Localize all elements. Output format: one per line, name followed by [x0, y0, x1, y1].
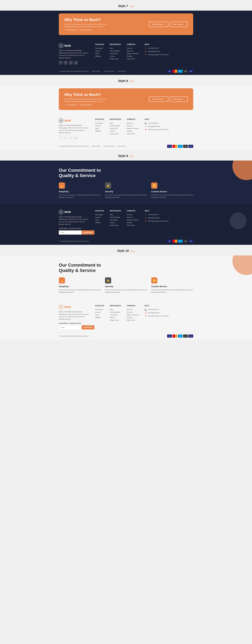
tos-link-s7[interactable]: Terms of Service: [104, 70, 114, 72]
co-about-s10[interactable]: About Us: [127, 311, 139, 313]
social-twitter-s8[interactable]: 𝕏: [64, 136, 68, 140]
res-docs-s7[interactable]: Documentation: [110, 50, 121, 52]
nav-homepage-s7[interactable]: HomePage: [95, 47, 104, 49]
co-happy-s9[interactable]: Happy Customers: [127, 219, 139, 221]
nav-news-s8[interactable]: News: [95, 128, 104, 129]
new-arrivals-button[interactable]: New Arrivals →: [170, 22, 188, 27]
res-pricing-s7[interactable]: Pricing: [110, 55, 121, 57]
res-blog-s8[interactable]: Blog: [110, 122, 121, 124]
res-design-s9[interactable]: Design Case: [110, 224, 121, 226]
help-address-s7: 📍 49 Uniqe Square D, New York,: [145, 54, 169, 56]
co-services-s7[interactable]: Services: [127, 47, 139, 49]
res-design-s8[interactable]: Design Case: [110, 133, 121, 134]
co-about-s7[interactable]: About Us: [127, 50, 139, 52]
new-badge-s8: New: [130, 80, 134, 82]
new-arrivals-button-s8[interactable]: New Arrivals →: [170, 96, 188, 102]
res-community-s8[interactable]: Community: [110, 128, 121, 129]
cookie-link-s8[interactable]: Cookie Policy: [117, 146, 126, 147]
co-portfolio-s8[interactable]: Portfolio: [127, 130, 139, 132]
social-facebook[interactable]: f: [59, 61, 63, 65]
co-about-s9[interactable]: About Us: [127, 216, 139, 218]
co-help-s8[interactable]: Help Center: [127, 133, 139, 134]
nav-homepage-s10[interactable]: HomePage: [95, 309, 104, 310]
co-help-s7[interactable]: Help Center: [127, 58, 139, 60]
newsletter-button-s9[interactable]: Subscribe: [82, 230, 94, 234]
mc2-icon-s9: MC: [183, 240, 188, 243]
res-blog-s7[interactable]: Blog: [110, 47, 121, 49]
co-portfolio-s7[interactable]: Portfolio: [127, 55, 139, 57]
res-docs-s8[interactable]: Documentation: [110, 125, 121, 126]
nav-careers-s7[interactable]: Careers: [95, 50, 104, 52]
social-twitter[interactable]: 𝕏: [64, 61, 68, 65]
help-heading-s8: Help: [145, 118, 169, 120]
res-docs-s9[interactable]: Documentation: [110, 216, 121, 218]
nav-list-s10: HomePage Careers News Affiliates: [95, 309, 104, 318]
co-help-s9[interactable]: Help Center: [127, 224, 139, 226]
res-pricing-s9[interactable]: Pricing: [110, 222, 121, 224]
co-happy-s10[interactable]: Happy Customers: [127, 314, 139, 316]
nav-news-s9[interactable]: News: [95, 219, 104, 221]
nav-affiliates-s9[interactable]: Affiliates: [95, 222, 104, 224]
nav-homepage-s8[interactable]: HomePage: [95, 122, 104, 124]
co-happy-s8[interactable]: Happy Customers: [127, 128, 139, 129]
res-pricing-s8[interactable]: Pricing: [110, 130, 121, 132]
res-pricing-s10[interactable]: Pricing: [110, 316, 121, 318]
nav-affiliates-s8[interactable]: Affiliates: [95, 130, 104, 132]
co-services-s9[interactable]: Services: [127, 214, 139, 216]
social-facebook-s8[interactable]: f: [59, 136, 63, 140]
social-instagram[interactable]: in: [69, 61, 73, 65]
cookie-link-s7[interactable]: Cookie Policy: [117, 70, 126, 72]
nav-homepage-s9[interactable]: HomePage: [95, 214, 104, 216]
res-community-s10[interactable]: Community: [110, 314, 121, 316]
footer-logo-s8: M Molti: [59, 118, 90, 123]
hero-desc: At vero eos et accusamus iusto odio dign…: [64, 23, 106, 28]
nav-news-s10[interactable]: News: [95, 314, 104, 316]
res-design-s10[interactable]: Design Case: [110, 319, 121, 321]
co-happy-s7[interactable]: Happy Customers: [127, 53, 139, 54]
nav-careers-s9[interactable]: Careers: [95, 216, 104, 218]
style8-wrapper: Why Think so Much? At vero eos et accusa…: [0, 86, 252, 150]
custom-service-icon-s9: ⭐: [151, 182, 157, 189]
help-email-s7: ✉ contact@molti.com: [145, 50, 169, 53]
co-help-s10[interactable]: Help Center: [127, 319, 139, 321]
shop-products-button-s8[interactable]: Shop Products →: [149, 96, 168, 102]
res-community-s7[interactable]: Community: [110, 53, 121, 54]
res-docs-s10[interactable]: Documentation: [110, 311, 121, 313]
location-icon-s8: 📍: [145, 129, 147, 131]
footer-nav-cols-s7: Navigate HomePage Careers News Affiliate…: [95, 44, 193, 61]
newsletter-input-s9[interactable]: [59, 230, 82, 234]
co-portfolio-s9[interactable]: Portfolio: [127, 222, 139, 224]
commitment-area-s10: Our Commitment to Quality & Service 🔥 Si…: [0, 256, 252, 299]
social-google[interactable]: g: [74, 61, 78, 65]
nav-careers-s10[interactable]: Careers: [95, 311, 104, 313]
payment-icons-s8: VISA M MC VISA: [167, 145, 193, 148]
footer-resources-col-s8: Resources Blog Documentation Community P…: [110, 118, 121, 136]
shop-products-button[interactable]: Shop Products →: [149, 22, 168, 27]
nav-affiliates-s10[interactable]: Affiliates: [95, 316, 104, 318]
co-services-s8[interactable]: Services: [127, 122, 139, 124]
nav-careers-s8[interactable]: Careers: [95, 125, 104, 126]
visa-icon-s10: VISA: [167, 334, 172, 338]
co-portfolio-s10[interactable]: Portfolio: [127, 316, 139, 318]
style7-title: Style 7 New: [0, 0, 252, 10]
style10-wrapper: Our Commitment to Quality & Service 🔥 Si…: [0, 256, 252, 340]
nav-news-s7[interactable]: News: [95, 53, 104, 54]
tos-link-s8[interactable]: Terms of Service: [104, 146, 114, 147]
privacy-link-s7[interactable]: Privacy Policy: [92, 70, 100, 72]
footer-nav-col-s9: Navigate HomePage Careers News Affiliate…: [95, 210, 104, 227]
res-community-s9[interactable]: Community: [110, 219, 121, 221]
nav-affiliates-s7[interactable]: Affiliates: [95, 55, 104, 57]
res-blog-s9[interactable]: Blog: [110, 214, 121, 216]
social-instagram-s8[interactable]: in: [69, 136, 73, 140]
social-google-s8[interactable]: g: [74, 136, 78, 140]
newsletter-button-s10[interactable]: Subscribe: [82, 325, 94, 330]
co-services-s10[interactable]: Services: [127, 309, 139, 310]
co-about-s8[interactable]: About Us: [127, 125, 139, 126]
footer-bottom-content-s8: © Copyright Molti 2020. Made with ♥ by S…: [59, 145, 193, 148]
newsletter-input-s10[interactable]: [59, 325, 82, 330]
privacy-link-s8[interactable]: Privacy Policy: [92, 146, 100, 147]
res-blog-s10[interactable]: Blog: [110, 309, 121, 310]
location-icon-s7: 📍: [145, 54, 147, 56]
res-design-s7[interactable]: Design Case: [110, 58, 121, 60]
nav-heading-s10: Navigate: [95, 305, 104, 307]
